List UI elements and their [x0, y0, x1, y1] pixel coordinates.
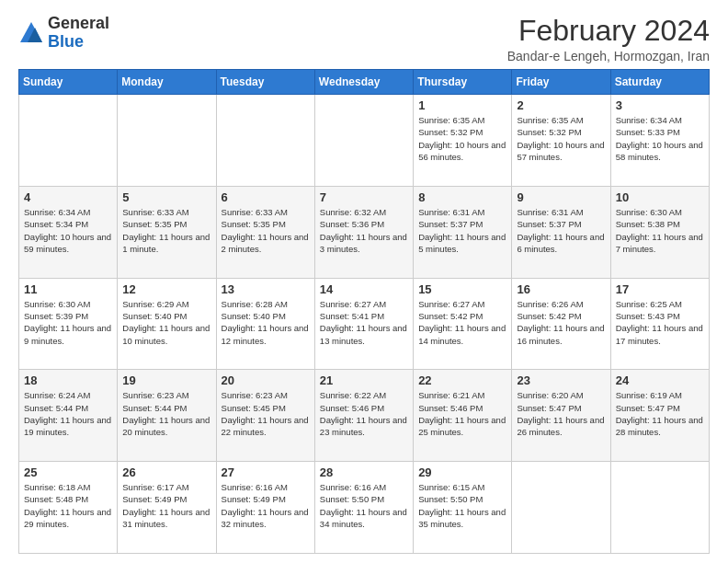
day-cell: 24Sunrise: 6:19 AM Sunset: 5:47 PM Dayli…	[610, 370, 709, 462]
calendar-table: SundayMondayTuesdayWednesdayThursdayFrid…	[18, 69, 710, 554]
day-cell: 13Sunrise: 6:28 AM Sunset: 5:40 PM Dayli…	[216, 278, 314, 370]
day-cell: 15Sunrise: 6:27 AM Sunset: 5:42 PM Dayli…	[414, 278, 512, 370]
day-number: 4	[24, 190, 112, 204]
col-header-tuesday: Tuesday	[216, 70, 314, 95]
day-info: Sunrise: 6:28 AM Sunset: 5:40 PM Dayligh…	[222, 298, 310, 347]
day-cell: 27Sunrise: 6:16 AM Sunset: 5:49 PM Dayli…	[216, 462, 314, 554]
calendar-header-row: SundayMondayTuesdayWednesdayThursdayFrid…	[19, 70, 710, 95]
logo: General Blue	[18, 15, 109, 52]
day-info: Sunrise: 6:19 AM Sunset: 5:47 PM Dayligh…	[616, 389, 704, 438]
day-info: Sunrise: 6:31 AM Sunset: 5:37 PM Dayligh…	[418, 206, 506, 255]
month-title: February 2024	[507, 15, 710, 47]
day-info: Sunrise: 6:33 AM Sunset: 5:35 PM Dayligh…	[222, 206, 310, 255]
day-cell: 18Sunrise: 6:24 AM Sunset: 5:44 PM Dayli…	[19, 370, 118, 462]
day-info: Sunrise: 6:27 AM Sunset: 5:41 PM Dayligh…	[320, 298, 408, 347]
week-row-2: 11Sunrise: 6:30 AM Sunset: 5:39 PM Dayli…	[19, 278, 710, 370]
day-cell: 8Sunrise: 6:31 AM Sunset: 5:37 PM Daylig…	[414, 186, 512, 278]
day-number: 25	[24, 465, 112, 479]
day-info: Sunrise: 6:23 AM Sunset: 5:45 PM Dayligh…	[222, 389, 310, 438]
day-cell: 6Sunrise: 6:33 AM Sunset: 5:35 PM Daylig…	[216, 186, 314, 278]
location: Bandar-e Lengeh, Hormozgan, Iran	[507, 49, 710, 63]
day-info: Sunrise: 6:30 AM Sunset: 5:38 PM Dayligh…	[616, 206, 704, 255]
day-cell	[118, 95, 216, 187]
day-cell: 29Sunrise: 6:15 AM Sunset: 5:50 PM Dayli…	[414, 462, 512, 554]
day-info: Sunrise: 6:31 AM Sunset: 5:37 PM Dayligh…	[517, 206, 605, 255]
day-cell	[610, 462, 709, 554]
day-number: 15	[418, 282, 506, 296]
day-cell: 23Sunrise: 6:20 AM Sunset: 5:47 PM Dayli…	[512, 370, 610, 462]
day-cell: 26Sunrise: 6:17 AM Sunset: 5:49 PM Dayli…	[118, 462, 216, 554]
day-info: Sunrise: 6:29 AM Sunset: 5:40 PM Dayligh…	[122, 298, 210, 347]
day-info: Sunrise: 6:35 AM Sunset: 5:32 PM Dayligh…	[418, 114, 506, 163]
day-number: 3	[616, 98, 704, 112]
col-header-friday: Friday	[512, 70, 610, 95]
day-number: 1	[418, 98, 506, 112]
day-cell: 5Sunrise: 6:33 AM Sunset: 5:35 PM Daylig…	[118, 186, 216, 278]
day-info: Sunrise: 6:27 AM Sunset: 5:42 PM Dayligh…	[418, 298, 506, 347]
day-cell	[512, 462, 610, 554]
day-number: 10	[616, 190, 704, 204]
day-cell: 10Sunrise: 6:30 AM Sunset: 5:38 PM Dayli…	[610, 186, 709, 278]
day-cell: 25Sunrise: 6:18 AM Sunset: 5:48 PM Dayli…	[19, 462, 118, 554]
day-number: 16	[517, 282, 605, 296]
day-info: Sunrise: 6:25 AM Sunset: 5:43 PM Dayligh…	[616, 298, 704, 347]
day-info: Sunrise: 6:16 AM Sunset: 5:50 PM Dayligh…	[320, 481, 408, 530]
day-cell: 22Sunrise: 6:21 AM Sunset: 5:46 PM Dayli…	[414, 370, 512, 462]
page: General Blue February 2024 Bandar-e Leng…	[0, 0, 728, 563]
day-number: 14	[320, 282, 408, 296]
week-row-4: 25Sunrise: 6:18 AM Sunset: 5:48 PM Dayli…	[19, 462, 710, 554]
day-info: Sunrise: 6:18 AM Sunset: 5:48 PM Dayligh…	[24, 481, 112, 530]
day-number: 18	[24, 373, 112, 387]
day-number: 2	[517, 98, 605, 112]
day-cell: 28Sunrise: 6:16 AM Sunset: 5:50 PM Dayli…	[314, 462, 413, 554]
logo-blue: Blue	[48, 32, 84, 51]
day-number: 27	[222, 465, 310, 479]
day-cell: 11Sunrise: 6:30 AM Sunset: 5:39 PM Dayli…	[19, 278, 118, 370]
day-number: 28	[320, 465, 408, 479]
day-number: 19	[122, 373, 210, 387]
day-info: Sunrise: 6:23 AM Sunset: 5:44 PM Dayligh…	[122, 389, 210, 438]
day-info: Sunrise: 6:16 AM Sunset: 5:49 PM Dayligh…	[222, 481, 310, 530]
day-cell	[19, 95, 118, 187]
col-header-monday: Monday	[118, 70, 216, 95]
day-number: 8	[418, 190, 506, 204]
day-number: 9	[517, 190, 605, 204]
day-cell	[314, 95, 413, 187]
day-info: Sunrise: 6:22 AM Sunset: 5:46 PM Dayligh…	[320, 389, 408, 438]
day-number: 12	[122, 282, 210, 296]
day-number: 29	[418, 465, 506, 479]
col-header-thursday: Thursday	[414, 70, 512, 95]
day-number: 20	[222, 373, 310, 387]
day-info: Sunrise: 6:20 AM Sunset: 5:47 PM Dayligh…	[517, 389, 605, 438]
day-cell: 2Sunrise: 6:35 AM Sunset: 5:32 PM Daylig…	[512, 95, 610, 187]
day-cell: 3Sunrise: 6:34 AM Sunset: 5:33 PM Daylig…	[610, 95, 709, 187]
col-header-saturday: Saturday	[610, 70, 709, 95]
col-header-wednesday: Wednesday	[314, 70, 413, 95]
day-info: Sunrise: 6:34 AM Sunset: 5:34 PM Dayligh…	[24, 206, 112, 255]
day-info: Sunrise: 6:30 AM Sunset: 5:39 PM Dayligh…	[24, 298, 112, 347]
day-info: Sunrise: 6:33 AM Sunset: 5:35 PM Dayligh…	[122, 206, 210, 255]
day-cell	[216, 95, 314, 187]
day-cell: 1Sunrise: 6:35 AM Sunset: 5:32 PM Daylig…	[414, 95, 512, 187]
day-info: Sunrise: 6:26 AM Sunset: 5:42 PM Dayligh…	[517, 298, 605, 347]
day-number: 17	[616, 282, 704, 296]
day-info: Sunrise: 6:21 AM Sunset: 5:46 PM Dayligh…	[418, 389, 506, 438]
day-cell: 16Sunrise: 6:26 AM Sunset: 5:42 PM Dayli…	[512, 278, 610, 370]
title-block: February 2024 Bandar-e Lengeh, Hormozgan…	[507, 15, 710, 63]
day-info: Sunrise: 6:34 AM Sunset: 5:33 PM Dayligh…	[616, 114, 704, 163]
day-info: Sunrise: 6:32 AM Sunset: 5:36 PM Dayligh…	[320, 206, 408, 255]
logo-icon	[18, 20, 44, 46]
day-cell: 20Sunrise: 6:23 AM Sunset: 5:45 PM Dayli…	[216, 370, 314, 462]
day-cell: 12Sunrise: 6:29 AM Sunset: 5:40 PM Dayli…	[118, 278, 216, 370]
logo-general: General	[48, 14, 109, 32]
day-cell: 17Sunrise: 6:25 AM Sunset: 5:43 PM Dayli…	[610, 278, 709, 370]
day-cell: 7Sunrise: 6:32 AM Sunset: 5:36 PM Daylig…	[314, 186, 413, 278]
day-number: 23	[517, 373, 605, 387]
day-number: 6	[222, 190, 310, 204]
day-number: 22	[418, 373, 506, 387]
day-cell: 9Sunrise: 6:31 AM Sunset: 5:37 PM Daylig…	[512, 186, 610, 278]
week-row-0: 1Sunrise: 6:35 AM Sunset: 5:32 PM Daylig…	[19, 95, 710, 187]
day-cell: 4Sunrise: 6:34 AM Sunset: 5:34 PM Daylig…	[19, 186, 118, 278]
day-number: 13	[222, 282, 310, 296]
day-info: Sunrise: 6:17 AM Sunset: 5:49 PM Dayligh…	[122, 481, 210, 530]
